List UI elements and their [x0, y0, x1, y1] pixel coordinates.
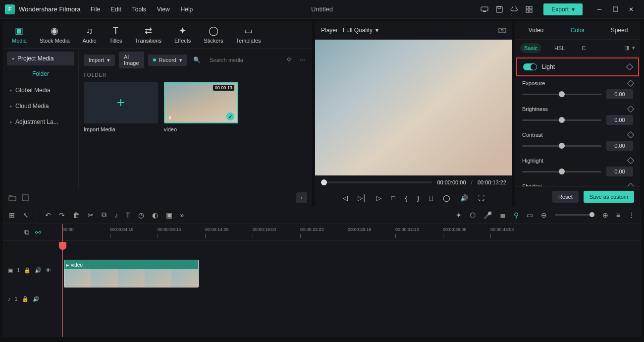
- import-media-card[interactable]: + Import Media: [84, 82, 158, 132]
- play-in-icon[interactable]: ▷│: [358, 194, 367, 202]
- tab-speed[interactable]: Speed: [598, 22, 640, 39]
- keyframe-icon[interactable]: [627, 131, 634, 138]
- tab-effects[interactable]: ✦Effects: [174, 25, 191, 44]
- link-icon[interactable]: ⚯: [35, 228, 41, 236]
- cloud-icon[interactable]: [510, 5, 519, 14]
- slider-knob[interactable]: [559, 91, 565, 97]
- zoom-in-icon[interactable]: ⊕: [602, 211, 608, 219]
- display-icon[interactable]: ⌸: [429, 194, 433, 202]
- new-folder-icon[interactable]: [8, 193, 17, 202]
- mute-icon[interactable]: 🔊: [33, 296, 40, 302]
- magnet-icon[interactable]: ⚲: [514, 211, 519, 219]
- mic-icon[interactable]: 🎤: [483, 211, 492, 219]
- track-settings-icon[interactable]: ⧉: [24, 228, 29, 236]
- search-input[interactable]: [207, 55, 281, 65]
- sidebar-item-cloud[interactable]: ▸Cloud Media: [7, 98, 74, 114]
- fullscreen-icon[interactable]: ⛶: [478, 194, 484, 202]
- subtab-c[interactable]: C: [578, 43, 590, 53]
- menu-view[interactable]: View: [157, 6, 170, 13]
- filter-icon[interactable]: ⚲: [285, 57, 293, 63]
- more-icon[interactable]: ⋯: [297, 57, 307, 63]
- slider-value[interactable]: 0.00: [606, 89, 633, 99]
- keyframe-icon[interactable]: [627, 106, 634, 113]
- undo-icon[interactable]: ↶: [45, 211, 51, 219]
- preview-viewport[interactable]: [315, 40, 512, 175]
- slider-track[interactable]: [522, 94, 601, 95]
- tab-templates[interactable]: ▭Templates: [236, 25, 261, 44]
- delete-icon[interactable]: 🗑: [73, 211, 80, 219]
- export-button[interactable]: Export▾: [543, 3, 583, 15]
- folder-link[interactable]: Folder: [7, 65, 74, 82]
- lock-icon[interactable]: 🔒: [24, 267, 31, 274]
- menu-tools[interactable]: Tools: [132, 6, 146, 13]
- tab-stock-media[interactable]: ◉Stock Media: [40, 25, 70, 44]
- color-icon[interactable]: ◐: [152, 211, 158, 219]
- timeline-ruler[interactable]: 00:0000:00:04:1900:00:09:1400:00:14:0900…: [62, 224, 641, 240]
- slider-track[interactable]: [522, 119, 601, 121]
- text-icon[interactable]: T: [126, 211, 130, 219]
- prev-frame-icon[interactable]: ◁: [343, 194, 348, 202]
- mixer-icon[interactable]: ≣: [500, 211, 506, 219]
- tab-color[interactable]: Color: [557, 22, 598, 39]
- new-bin-icon[interactable]: [21, 193, 30, 202]
- device-icon[interactable]: [480, 5, 489, 14]
- shield-icon[interactable]: ⬡: [470, 211, 476, 219]
- slider-knob[interactable]: [559, 169, 565, 174]
- cut-icon[interactable]: ✂: [88, 211, 94, 219]
- menu-edit[interactable]: Edit: [111, 6, 121, 13]
- mute-icon[interactable]: 🔊: [35, 267, 42, 274]
- tab-stickers[interactable]: ◯Stickers: [204, 25, 223, 44]
- slider-track[interactable]: [522, 145, 601, 147]
- tab-media[interactable]: ▣Media: [12, 25, 27, 44]
- reset-button[interactable]: Reset: [552, 191, 579, 203]
- save-icon[interactable]: [495, 5, 504, 14]
- list-icon[interactable]: ≡: [616, 211, 620, 219]
- settings-icon[interactable]: ⋮: [628, 211, 635, 219]
- more-tools-icon[interactable]: »: [180, 211, 184, 219]
- mark-out-icon[interactable]: }: [417, 194, 419, 202]
- save-custom-button[interactable]: Save as custom: [584, 191, 634, 203]
- menu-help[interactable]: Help: [181, 6, 193, 13]
- redo-icon[interactable]: ↷: [59, 211, 65, 219]
- subtab-hsl[interactable]: HSL: [550, 43, 569, 53]
- compare-icon[interactable]: ◨: [624, 45, 629, 51]
- slider-track[interactable]: [522, 171, 601, 172]
- keyframe-icon[interactable]: [627, 183, 634, 186]
- slider-value[interactable]: 0.00: [606, 115, 633, 125]
- slider-value[interactable]: 0.00: [606, 167, 633, 176]
- camera-icon[interactable]: ◯: [443, 194, 450, 202]
- timeline-clip[interactable]: ▸video: [64, 260, 199, 287]
- import-button[interactable]: Import▾: [84, 55, 115, 66]
- subtab-basic[interactable]: Basic: [520, 43, 541, 53]
- project-media-button[interactable]: ▾Project Media: [7, 52, 74, 65]
- scrub-bar[interactable]: [321, 181, 432, 183]
- zoom-out-icon[interactable]: ⊖: [541, 211, 547, 219]
- marker-tool-icon[interactable]: ✦: [456, 211, 462, 219]
- menu-file[interactable]: File: [91, 6, 100, 13]
- chevron-down-icon[interactable]: ▾: [632, 45, 635, 51]
- apps-grid-icon[interactable]: ⊞: [9, 211, 15, 219]
- maximize-button[interactable]: [609, 3, 621, 15]
- playhead[interactable]: [62, 224, 63, 337]
- close-button[interactable]: ✕: [625, 3, 637, 15]
- tab-audio[interactable]: ♫Audio: [83, 26, 97, 44]
- collapse-icon[interactable]: ‹: [296, 192, 307, 203]
- slider-knob[interactable]: [559, 117, 565, 123]
- lock-icon[interactable]: 🔒: [22, 296, 29, 302]
- speed-icon[interactable]: ◷: [138, 211, 144, 219]
- keyframe-icon[interactable]: [627, 80, 634, 87]
- sidebar-item-adjustment[interactable]: ▸Adjustment La...: [7, 114, 74, 130]
- tab-titles[interactable]: TTitles: [109, 26, 122, 44]
- record-button[interactable]: Record▾: [148, 55, 187, 66]
- volume-icon[interactable]: 🔊: [460, 194, 468, 202]
- mark-in-icon[interactable]: {: [405, 194, 407, 202]
- play-icon[interactable]: ▷: [376, 194, 381, 202]
- stop-icon[interactable]: □: [391, 194, 395, 202]
- timeline-track-area[interactable]: ▸video: [62, 241, 641, 337]
- keyframe-icon[interactable]: [626, 63, 633, 70]
- minimize-button[interactable]: ─: [593, 3, 605, 15]
- slider-value[interactable]: 0.00: [606, 141, 633, 151]
- ai-image-button[interactable]: AI Image: [119, 52, 144, 68]
- zoom-slider[interactable]: [555, 214, 594, 216]
- slider-knob[interactable]: [559, 143, 565, 149]
